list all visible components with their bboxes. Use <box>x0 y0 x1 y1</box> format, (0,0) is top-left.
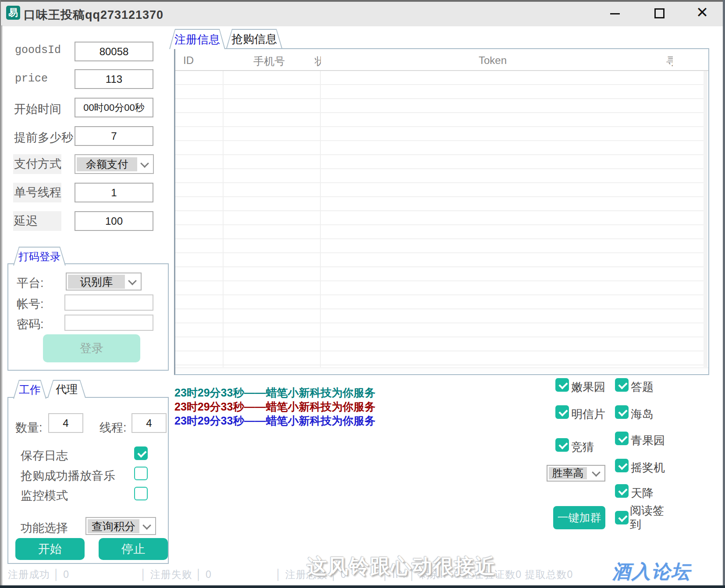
col-header-status-clipped[interactable]: 状态 <box>315 54 321 68</box>
table-horizontal-scrollbar[interactable] <box>175 368 708 373</box>
advance-seconds-input[interactable]: 7 <box>75 126 153 146</box>
option-haidao-checkbox[interactable] <box>615 405 629 419</box>
option-yaojiangji-checkbox[interactable] <box>615 459 629 472</box>
join-group-button[interactable]: 一键加群 <box>553 506 605 529</box>
goodsid-label: goodsId <box>15 44 61 57</box>
app-icon: 易 <box>6 6 20 20</box>
chevron-down-icon <box>142 521 151 530</box>
price-label: price <box>15 72 48 85</box>
quantity-input[interactable]: 4 <box>48 413 83 433</box>
goodsid-input[interactable]: 80058 <box>75 42 153 61</box>
single-thread-input[interactable]: 1 <box>75 183 153 202</box>
save-log-label: 保存日志 <box>21 448 68 464</box>
tab-purchase-info-label: 抢购信息 <box>231 32 277 47</box>
option-mingxinpian-label: 明信片 <box>571 407 605 422</box>
tab-purchase-info[interactable]: 抢购信息 <box>226 29 282 48</box>
pay-method-select[interactable]: 余额支付 <box>75 154 154 174</box>
minimize-button[interactable] <box>606 5 624 21</box>
success-music-label: 抢购成功播放音乐 <box>21 468 115 484</box>
column-divider <box>320 71 321 367</box>
maximize-icon <box>654 8 665 18</box>
function-select-label: 功能选择 <box>21 520 68 536</box>
maximize-button[interactable] <box>650 5 668 21</box>
tab-captcha-login[interactable]: 打码登录 <box>13 247 66 266</box>
table-vertical-scrollbar[interactable] <box>704 71 707 367</box>
platform-select[interactable]: 识别库 <box>66 273 142 290</box>
tab-proxy-label: 代理 <box>56 382 78 397</box>
tab-work[interactable]: 工作 <box>13 380 46 399</box>
delay-input[interactable]: 100 <box>75 211 153 231</box>
window-border-bottom <box>0 585 725 588</box>
app-window: 易 口味王投稿qq273121370 ✕ goodsId 80058 price… <box>0 0 725 588</box>
register-info-table: ID 手机号 状态 Token 寻 <box>174 48 709 375</box>
option-yaojiangji-label: 摇奖机 <box>631 460 665 475</box>
col-header-clipped-right[interactable]: 寻 <box>666 54 673 68</box>
option-tianjiang-label: 天降 <box>631 485 654 501</box>
save-log-checkbox[interactable] <box>134 446 148 460</box>
col-header-id[interactable]: ID <box>183 54 194 67</box>
account-input[interactable] <box>64 294 153 311</box>
start-button[interactable]: 开始 <box>15 538 85 560</box>
delay-label: 延迟 <box>13 211 61 231</box>
log-line: 23时29分33秒——蜡笔小新科技为你服务 <box>174 400 375 414</box>
option-yuedu-qiandao-label-line2: 到 <box>630 517 641 532</box>
column-divider <box>223 71 224 367</box>
table-grid <box>175 71 704 366</box>
log-line: 23时29分33秒——蜡笔小新科技为你服务 <box>174 414 375 428</box>
option-mingxinpian-checkbox[interactable] <box>555 405 569 419</box>
win-rate-select[interactable]: 胜率高 <box>547 465 605 482</box>
option-qingguoyuan-label: 青果园 <box>631 433 665 448</box>
option-haidao-label: 海岛 <box>631 407 654 422</box>
platform-label: 平台: <box>17 275 44 291</box>
option-dati-checkbox[interactable] <box>615 378 629 392</box>
option-tianjiang-checkbox[interactable] <box>615 484 629 498</box>
option-jingcai-label: 竞猜 <box>571 439 594 455</box>
status-register-fail: │ 注册失败 │ 0 <box>140 568 212 581</box>
pay-method-value: 余额支付 <box>77 157 137 171</box>
function-value: 查询积分 <box>88 519 139 533</box>
tab-register-info-label: 注册信息 <box>174 32 220 47</box>
subtitle-overlay: 这风铃跟心动很接近 <box>307 553 496 580</box>
option-yuedu-qiandao-label-line1: 阅读签 <box>630 503 664 518</box>
watermark: 酒入论坛 <box>612 559 691 584</box>
window-border-left <box>0 0 1 588</box>
monitor-mode-label: 监控模式 <box>21 488 68 503</box>
window-title: 口味王投稿qq273121370 <box>24 7 163 23</box>
status-register-success: 注册成功 │ 0 <box>8 568 69 581</box>
threads-label: 线程: <box>100 420 127 436</box>
price-input[interactable]: 113 <box>75 69 153 89</box>
option-yuedu-qiandao-checkbox[interactable] <box>615 511 629 524</box>
option-nenguoyuan-checkbox[interactable] <box>555 378 569 392</box>
platform-value: 识别库 <box>68 275 125 289</box>
window-border-right <box>723 0 725 588</box>
monitor-mode-checkbox[interactable] <box>134 487 148 500</box>
log-line: 23时29分33秒——蜡笔小新科技为你服务 <box>174 386 375 400</box>
tab-register-info[interactable]: 注册信息 <box>169 29 225 49</box>
account-label: 帐号: <box>17 296 44 312</box>
stop-button[interactable]: 停止 <box>99 538 168 560</box>
pay-method-label: 支付方式 <box>13 154 61 174</box>
login-button[interactable]: 登录 <box>43 334 140 362</box>
threads-input[interactable]: 4 <box>131 413 167 433</box>
single-thread-label: 单号线程 <box>13 183 61 202</box>
chevron-down-icon <box>592 468 601 477</box>
chevron-down-icon <box>140 159 149 168</box>
option-jingcai-checkbox[interactable] <box>555 438 569 452</box>
success-music-checkbox[interactable] <box>134 467 148 480</box>
tab-proxy[interactable]: 代理 <box>47 380 86 398</box>
start-time-label: 开始时间 <box>14 101 61 117</box>
option-dati-label: 答题 <box>631 379 654 395</box>
option-qingguoyuan-checkbox[interactable] <box>615 432 629 445</box>
password-label: 密码: <box>17 316 44 332</box>
chevron-down-icon <box>128 276 137 285</box>
minimize-icon <box>610 13 620 14</box>
function-select[interactable]: 查询积分 <box>85 517 156 535</box>
start-time-input[interactable]: 00时00分00秒 <box>75 98 153 117</box>
col-header-token[interactable]: Token <box>479 54 507 67</box>
advance-seconds-label: 提前多少秒 <box>14 130 73 145</box>
close-button[interactable]: ✕ <box>693 3 712 22</box>
quantity-label: 数量: <box>15 420 43 436</box>
col-header-phone[interactable]: 手机号 <box>253 54 285 68</box>
password-input[interactable] <box>64 315 153 331</box>
tab-captcha-login-label: 打码登录 <box>18 250 60 264</box>
